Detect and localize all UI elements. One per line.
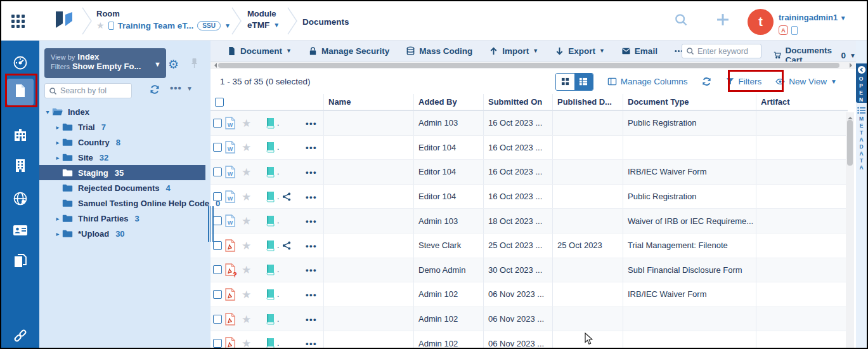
column-header-submitted-on[interactable]: Submitted On: [484, 94, 553, 110]
tree-expand-caret-icon[interactable]: ▸: [53, 154, 62, 161]
toolbar-email-button[interactable]: Email: [621, 46, 657, 56]
folder-refresh-icon[interactable]: [150, 84, 160, 95]
sidebar-item-building[interactable]: [7, 154, 34, 180]
sidebar-item-copy-documents[interactable]: [7, 249, 34, 275]
sidebar-item-link[interactable]: [7, 324, 34, 349]
table-row[interactable]: W★.•••Editor 10416 Oct 2023 ...Public Re…: [211, 185, 848, 209]
vertical-scrollbar[interactable]: [846, 112, 854, 349]
favorite-star-icon[interactable]: ★: [242, 116, 251, 129]
tree-item-rejected-documents[interactable]: Rejected Documents4: [39, 180, 211, 195]
tree-item-site[interactable]: ▸Site32: [39, 150, 211, 165]
row-checkbox[interactable]: [213, 265, 222, 274]
row-more-menu[interactable]: •••: [306, 265, 317, 275]
manage-columns-button[interactable]: Manage Columns: [607, 77, 688, 86]
app-logo-icon[interactable]: [55, 11, 74, 34]
column-header-name[interactable]: Name: [324, 94, 414, 110]
table-row[interactable]: W★.•••Editor 10416 Oct 2023 ...IRB/IEC W…: [211, 160, 848, 185]
row-more-menu[interactable]: •••: [306, 118, 317, 128]
table-row[interactable]: ★.•••Admin 10206 Nov 2023 ...IRB/IEC Wai…: [211, 282, 848, 307]
table-view-icon[interactable]: [574, 74, 593, 90]
view-by-selector[interactable]: View byIndex FiltersShow Empty Fo... ▼: [44, 48, 166, 78]
row-more-menu[interactable]: •••: [306, 192, 317, 201]
tree-expand-caret-icon[interactable]: ▸: [53, 139, 62, 146]
column-header-added-by[interactable]: Added By: [414, 94, 484, 110]
table-row[interactable]: ★.•••Steve Clark25 Oct 2023 ...25 Oct 20…: [211, 234, 848, 258]
share-icon[interactable]: [282, 192, 291, 201]
favorite-star-icon[interactable]: ★: [242, 141, 251, 154]
row-checkbox[interactable]: [213, 339, 222, 348]
row-more-menu[interactable]: •••: [306, 167, 317, 176]
row-more-menu[interactable]: •••: [306, 339, 317, 348]
user-name[interactable]: trainingadmin1 ▼: [779, 13, 846, 22]
sidebar-item-globe[interactable]: [7, 187, 34, 213]
row-more-menu[interactable]: •••: [306, 143, 317, 152]
room-name[interactable]: Training Team eT...: [118, 21, 194, 30]
open-metadata-tab[interactable]: OPEN: [856, 63, 867, 103]
select-all-checkbox[interactable]: [215, 98, 224, 107]
table-row[interactable]: ?★.•••Demo Admin30 Oct 2023 ...SubI Fina…: [211, 258, 848, 283]
keyword-search-input[interactable]: [697, 47, 756, 56]
table-row[interactable]: W★.•••Admin 10316 Oct 2023 ...Public Reg…: [211, 111, 848, 136]
breadcrumb-room[interactable]: Room ★ Training Team eT... SSU ▼: [96, 9, 231, 30]
row-checkbox[interactable]: [213, 119, 222, 128]
tree-item-index[interactable]: ▾Index: [39, 104, 211, 119]
room-favorite-star-icon[interactable]: ★: [96, 20, 105, 30]
tree-item-country[interactable]: ▸Country8: [39, 135, 211, 150]
filters-button[interactable]: Filters: [725, 77, 762, 86]
table-row[interactable]: W★.•••Editor 10416 Oct 2023 ...: [211, 136, 848, 161]
refresh-list-icon[interactable]: [702, 77, 711, 86]
row-checkbox[interactable]: [213, 290, 222, 299]
horizontal-scrollbar[interactable]: [211, 62, 856, 69]
row-checkbox[interactable]: [213, 216, 222, 225]
tree-item-samuel-testing-online-help-code[interactable]: Samuel Testing Online Help Code0: [39, 195, 211, 211]
favorite-star-icon[interactable]: ★: [242, 312, 251, 326]
module-name[interactable]: eTMF: [247, 20, 269, 30]
row-checkbox[interactable]: [213, 168, 222, 176]
folder-settings-gear-icon[interactable]: ⚙: [168, 57, 179, 72]
share-icon[interactable]: [282, 241, 291, 250]
toolbar-import-button[interactable]: Import▼: [489, 46, 538, 56]
row-more-menu[interactable]: •••: [306, 289, 317, 299]
sidebar-item-dashboard[interactable]: [7, 51, 34, 77]
favorite-star-icon[interactable]: ★: [242, 190, 251, 203]
tree-expand-caret-icon[interactable]: ▸: [53, 215, 62, 222]
row-more-menu[interactable]: •••: [306, 240, 317, 250]
panel-resize-handle[interactable]: [208, 206, 214, 242]
sidebar-item-organization[interactable]: [7, 123, 34, 150]
row-more-menu[interactable]: •••: [306, 314, 317, 324]
view-mode-toggle[interactable]: [555, 73, 593, 91]
row-more-menu[interactable]: •••: [306, 216, 317, 226]
tree-item-third-parties[interactable]: ▸Third Parties3: [39, 211, 211, 226]
user-avatar[interactable]: t: [748, 9, 774, 35]
favorite-star-icon[interactable]: ★: [242, 214, 251, 228]
sidebar-item-contact-card[interactable]: [7, 218, 34, 245]
column-header-published-d-[interactable]: Published D...: [553, 94, 623, 110]
view-by-caret-icon[interactable]: ▼: [154, 60, 161, 68]
new-view-button[interactable]: New View ▼: [775, 77, 837, 86]
column-header-document-type[interactable]: Document Type: [623, 94, 756, 110]
toolbar-manage-security-button[interactable]: Manage Security: [308, 46, 389, 56]
folder-more-caret-icon[interactable]: ▼: [186, 85, 193, 92]
favorite-star-icon[interactable]: ★: [242, 165, 251, 178]
favorite-star-icon[interactable]: ★: [242, 263, 251, 277]
toolbar-document-button[interactable]: Document▼: [227, 46, 292, 56]
favorite-star-icon[interactable]: ★: [242, 287, 251, 301]
add-icon[interactable]: [716, 13, 730, 27]
tree-item--upload[interactable]: ▸*Upload30: [39, 226, 211, 241]
panel-pin-icon[interactable]: [190, 58, 199, 71]
folder-more-actions[interactable]: •••: [170, 82, 182, 93]
toolbar-mass-coding-button[interactable]: Mass Coding: [406, 46, 472, 56]
folder-search-input[interactable]: [60, 86, 124, 95]
tree-item-trial[interactable]: ▸Trial7: [39, 119, 211, 135]
sidebar-item-documents[interactable]: [7, 79, 34, 105]
tree-item-staging[interactable]: Staging35: [39, 165, 205, 180]
favorite-star-icon[interactable]: ★: [242, 239, 251, 252]
row-checkbox[interactable]: [213, 315, 222, 324]
grid-view-icon[interactable]: [556, 74, 574, 90]
row-checkbox[interactable]: [213, 143, 222, 152]
table-row[interactable]: W★.•••Admin 10318 Oct 2023 ...Waiver of …: [211, 209, 848, 234]
table-row[interactable]: ★.•••Admin 10206 Nov 2023 ...: [211, 307, 848, 332]
favorite-star-icon[interactable]: ★: [242, 337, 251, 349]
table-row[interactable]: ★.•••Admin 10206 Nov 2023 ...: [211, 331, 848, 349]
tree-expand-caret-icon[interactable]: ▸: [53, 124, 62, 131]
